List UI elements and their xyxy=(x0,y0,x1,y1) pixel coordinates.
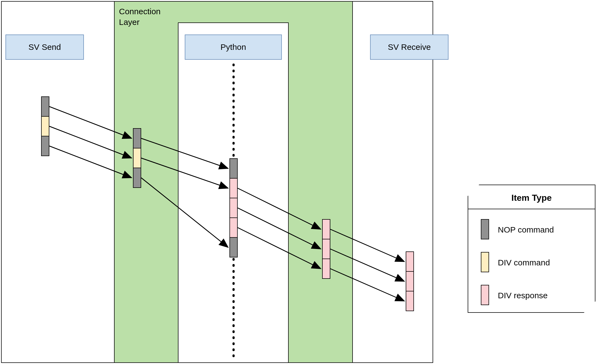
legend-swatch-2 xyxy=(481,285,489,305)
python-cell-1 xyxy=(229,178,238,198)
python-cell-3 xyxy=(229,217,238,238)
python-label: Python xyxy=(220,42,246,52)
sv-receive-cell-0 xyxy=(406,251,414,272)
sv-receive-cell-2 xyxy=(406,291,414,311)
sv-receive-label: SV Receive xyxy=(388,42,431,52)
conn-out-cell-0 xyxy=(322,219,330,239)
conn-out-cell-1 xyxy=(322,239,330,259)
sv-send-cell-2 xyxy=(41,136,49,156)
legend-label-1: DIV command xyxy=(498,258,550,267)
conn-out-cell-2 xyxy=(322,259,330,279)
legend-swatch-1 xyxy=(481,252,489,272)
python-header: Python xyxy=(185,35,282,60)
legend-title: Item Type xyxy=(468,193,595,203)
python-cell-0 xyxy=(229,158,238,179)
sv-send-cell-0 xyxy=(41,96,49,117)
diagram-canvas: Connection Layer SV Send Python SV Recei… xyxy=(0,0,602,364)
legend-label-2: DIV response xyxy=(498,291,548,300)
sv-receive-header: SV Receive xyxy=(370,35,448,60)
sv-send-label: SV Send xyxy=(29,42,61,52)
conn-in-cell-1 xyxy=(133,148,141,168)
legend-label-0: NOP command xyxy=(498,225,554,234)
legend-divider xyxy=(468,209,595,209)
python-cell-4 xyxy=(229,237,238,257)
legend-swatch-0 xyxy=(481,219,489,239)
conn-in-cell-2 xyxy=(133,168,141,188)
sv-send-header: SV Send xyxy=(5,35,84,60)
sv-receive-cell-1 xyxy=(406,271,414,291)
connection-layer-label: Connection Layer xyxy=(119,6,161,27)
python-cell-2 xyxy=(229,198,238,218)
legend-box: Item Type NOP command DIV command DIV re… xyxy=(468,185,595,313)
sv-send-cell-1 xyxy=(41,116,49,136)
conn-in-cell-0 xyxy=(133,128,141,148)
